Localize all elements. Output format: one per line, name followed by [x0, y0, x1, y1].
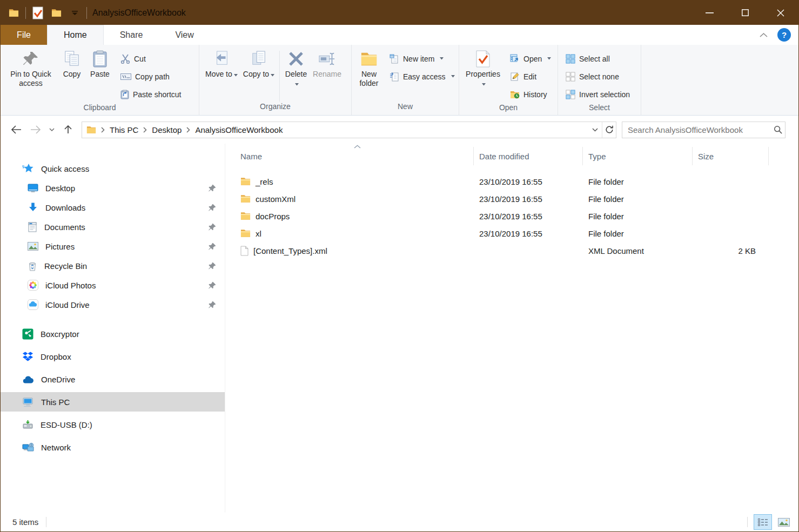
collapse-ribbon-icon[interactable] [760, 32, 768, 37]
new-item-icon [390, 54, 399, 64]
icloud-photos-icon [28, 280, 38, 291]
tab-file[interactable]: File [1, 25, 47, 45]
sidebar-item-quick-access[interactable]: Quick access [1, 159, 225, 178]
sidebar-item-this-pc[interactable]: This PC [1, 392, 225, 412]
recycle-bin-icon [28, 261, 37, 271]
properties-icon [476, 49, 490, 69]
sidebar-item-documents[interactable]: Documents [1, 217, 225, 237]
window-controls [691, 1, 798, 25]
search-icon[interactable] [771, 122, 785, 138]
dropbox-icon [22, 352, 33, 362]
paste-button[interactable]: Paste [86, 48, 114, 80]
search-input[interactable] [622, 125, 771, 134]
sidebar-item-boxcryptor[interactable]: Boxcryptor [1, 324, 225, 344]
group-inner-separator [279, 51, 280, 102]
pin-to-quick-access-button[interactable]: Pin to Quick access [4, 48, 58, 90]
pin-icon [208, 204, 216, 212]
sidebar-item-recycle-bin[interactable]: Recycle Bin [1, 256, 225, 275]
copy-to-button[interactable]: Copy to [240, 48, 277, 80]
properties-button[interactable]: Properties [462, 48, 503, 90]
close-button[interactable] [763, 1, 798, 25]
refresh-button[interactable] [602, 122, 616, 138]
column-header-name[interactable]: Name [240, 147, 474, 165]
folder-icon [240, 212, 251, 220]
select-all-button[interactable]: Select all [562, 50, 633, 68]
qat-properties-button[interactable] [31, 5, 44, 21]
recent-locations-dropdown-icon[interactable] [46, 120, 58, 139]
folder-icon [240, 194, 251, 203]
column-header-type[interactable]: Type [583, 147, 693, 165]
forward-button[interactable] [26, 120, 45, 139]
easy-access-button[interactable]: Easy access [386, 68, 458, 85]
move-to-button[interactable]: Move to [203, 48, 240, 80]
ribbon-group-clipboard: Pin to Quick access Copy Paste [1, 45, 199, 115]
copy-button[interactable]: Copy [58, 48, 86, 80]
pin-icon [208, 262, 216, 270]
folder-icon [240, 229, 251, 238]
address-dropdown-icon[interactable] [588, 122, 602, 138]
status-separator [46, 517, 46, 527]
invert-selection-icon [566, 90, 575, 99]
select-none-button[interactable]: Select none [562, 68, 633, 85]
copy-path-button[interactable]: Copy path [117, 68, 185, 85]
copy-path-icon [120, 73, 131, 80]
sidebar-item-icloud-photos[interactable]: iCloud Photos [1, 275, 225, 295]
sidebar-item-desktop[interactable]: Desktop [1, 178, 225, 198]
file-row[interactable]: [Content_Types].xml XML Document 2 KB [225, 242, 798, 259]
invert-selection-button[interactable]: Invert selection [562, 85, 633, 103]
ribbon-group-open: Properties Open Edit [459, 45, 558, 115]
breadcrumb-desktop[interactable]: Desktop [152, 125, 182, 134]
tab-view[interactable]: View [159, 25, 210, 45]
large-icons-view-button[interactable] [775, 514, 793, 530]
back-button[interactable] [7, 120, 25, 139]
column-header-date-modified[interactable]: Date modified [474, 147, 583, 165]
up-button[interactable] [59, 120, 77, 139]
new-item-button[interactable]: New item [386, 50, 458, 68]
tab-share[interactable]: Share [104, 25, 159, 45]
pin-icon [208, 243, 216, 251]
minimize-button[interactable] [691, 1, 727, 25]
file-row[interactable]: xl 23/10/2019 16:55 File folder [225, 225, 798, 242]
sidebar-item-esd-usb[interactable]: ESD-USB (D:) [1, 415, 225, 434]
breadcrumb-this-pc[interactable]: This PC [110, 125, 138, 134]
pin-icon [208, 281, 216, 289]
address-bar[interactable]: This PC Desktop AnalysisOfficeWorkbook [82, 122, 616, 138]
documents-icon [28, 222, 37, 232]
sidebar-item-icloud-drive[interactable]: iCloud Drive [1, 295, 225, 314]
paste-shortcut-button[interactable]: Paste shortcut [117, 85, 185, 103]
edit-button[interactable]: Edit [507, 68, 554, 85]
downloads-icon [28, 203, 38, 212]
file-row[interactable]: _rels 23/10/2019 16:55 File folder [225, 173, 798, 190]
sidebar-item-pictures[interactable]: Pictures [1, 237, 225, 256]
file-row[interactable]: customXml 23/10/2019 16:55 File folder [225, 190, 798, 207]
group-label-clipboard: Clipboard [1, 103, 199, 115]
delete-button[interactable]: Delete [282, 48, 310, 90]
column-header-size[interactable]: Size [693, 147, 769, 165]
maximize-button[interactable] [727, 1, 763, 25]
rename-button[interactable]: Rename [310, 48, 344, 80]
qat-new-folder-button[interactable] [50, 5, 63, 21]
cut-icon [120, 54, 130, 64]
sidebar-item-dropbox[interactable]: Dropbox [1, 347, 225, 366]
breadcrumb-current-folder[interactable]: AnalysisOfficeWorkbook [195, 125, 283, 134]
open-button[interactable]: Open [507, 50, 554, 68]
sidebar-item-network[interactable]: Network [1, 437, 225, 457]
cut-button[interactable]: Cut [117, 50, 185, 68]
file-row[interactable]: docProps 23/10/2019 16:55 File folder [225, 207, 798, 225]
history-button[interactable]: History [507, 85, 554, 103]
dropdown-arrow-icon [440, 57, 444, 60]
new-folder-button[interactable]: New folder [355, 48, 383, 90]
edit-icon [510, 72, 520, 82]
qat-customize-dropdown-icon[interactable] [68, 5, 81, 21]
this-pc-icon [22, 397, 34, 407]
explorer-window: AnalysisOfficeWorkbook File Home Share V… [0, 0, 799, 532]
file-list: _rels 23/10/2019 16:55 File folder custo… [225, 173, 798, 259]
help-button[interactable]: ? [777, 28, 791, 42]
details-view-button[interactable] [754, 514, 772, 530]
delete-icon [288, 49, 304, 69]
tab-home[interactable]: Home [47, 25, 104, 45]
pictures-icon [28, 242, 38, 251]
sidebar-item-downloads[interactable]: Downloads [1, 198, 225, 217]
sidebar-item-onedrive[interactable]: OneDrive [1, 369, 225, 389]
copy-icon [64, 49, 80, 69]
